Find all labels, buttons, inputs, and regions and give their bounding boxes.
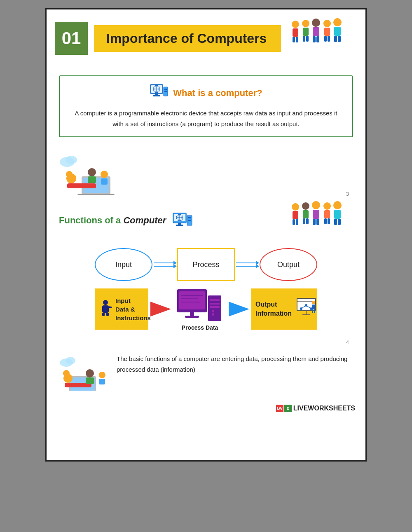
svg-rect-102 — [312, 305, 315, 309]
liveworksheets-logo: LW E LIVEWORKSHEETS — [276, 405, 355, 412]
svg-rect-64 — [313, 219, 316, 225]
svg-point-116 — [66, 357, 75, 364]
svg-point-8 — [312, 19, 320, 27]
footer: LW E LIVEWORKSHEETS — [47, 401, 365, 416]
svg-rect-35 — [67, 183, 96, 188]
arrow-to-output — [235, 262, 260, 267]
svg-rect-7 — [306, 36, 309, 42]
svg-rect-71 — [334, 210, 341, 219]
header-title-box: Importance of Computers — [94, 25, 281, 52]
arrow-line-top — [154, 262, 176, 263]
svg-rect-73 — [338, 219, 341, 225]
svg-rect-57 — [296, 219, 298, 225]
svg-point-4 — [302, 20, 309, 27]
arrow-line-top-2 — [236, 262, 259, 263]
svg-rect-114 — [99, 379, 105, 384]
svg-rect-89 — [210, 306, 220, 308]
output-info-label: Output Information — [255, 300, 292, 319]
svg-rect-3 — [296, 37, 298, 42]
svg-rect-11 — [316, 36, 319, 42]
svg-rect-13 — [324, 28, 330, 36]
footer-brand: LIVEWORKSHEETS — [293, 405, 355, 412]
svg-point-91 — [212, 313, 214, 316]
svg-point-70 — [333, 201, 342, 209]
logo-square-green: E — [284, 405, 292, 412]
svg-point-110 — [63, 370, 70, 377]
svg-rect-103 — [312, 309, 313, 313]
svg-rect-69 — [328, 218, 330, 224]
ipo-diagram-row2: Input Data & Instructions — [59, 287, 353, 331]
svg-rect-72 — [334, 219, 337, 225]
functions-title: Functions of a Computer — [59, 215, 166, 226]
svg-rect-19 — [338, 36, 341, 42]
input-data-label: Input Data & Instructions — [115, 296, 151, 322]
people-group-illustration — [287, 17, 353, 60]
svg-point-111 — [86, 369, 94, 377]
svg-rect-5 — [303, 28, 309, 36]
blue-arrow-shape — [229, 302, 249, 316]
red-arrow-shape — [150, 302, 171, 316]
what-description: A computer is a programmable electronic … — [70, 108, 342, 129]
svg-rect-112 — [86, 377, 94, 384]
svg-point-54 — [292, 203, 299, 211]
svg-rect-67 — [324, 210, 330, 218]
svg-rect-87 — [210, 299, 220, 301]
output-info-box: Output Information — [251, 288, 317, 330]
svg-rect-61 — [306, 218, 309, 224]
number-badge: 01 — [55, 22, 88, 55]
svg-rect-9 — [313, 27, 319, 36]
svg-point-74 — [103, 300, 108, 305]
svg-point-90 — [212, 310, 214, 312]
svg-point-36 — [66, 171, 73, 178]
svg-rect-40 — [101, 178, 108, 185]
bottom-description: The basic functions of a computer are en… — [117, 354, 353, 375]
svg-rect-65 — [316, 219, 319, 225]
page-number-3: 3 — [47, 191, 365, 197]
svg-rect-50 — [176, 225, 183, 226]
svg-rect-55 — [293, 211, 298, 219]
svg-rect-27 — [153, 95, 160, 96]
bottom-kids-illustration — [59, 354, 108, 392]
svg-rect-68 — [324, 218, 327, 224]
functions-header: Functions of a Computer — [59, 201, 353, 240]
svg-point-42 — [66, 156, 77, 164]
input-data-box: Input Data & Instructions — [95, 288, 148, 330]
svg-rect-77 — [106, 313, 109, 316]
svg-rect-53 — [188, 220, 191, 221]
arrow-to-process — [152, 262, 177, 267]
svg-point-39 — [101, 171, 108, 178]
what-title-row: What is a computer? — [70, 84, 342, 102]
svg-rect-49 — [178, 223, 181, 225]
svg-rect-17 — [334, 27, 341, 36]
header: 01 Importance of Computers — [47, 9, 365, 67]
process-data-label: Process Data — [182, 324, 218, 331]
svg-point-101 — [312, 301, 315, 304]
svg-rect-104 — [314, 309, 315, 313]
svg-point-66 — [323, 202, 331, 210]
svg-rect-10 — [313, 36, 316, 42]
output-network-icon — [295, 296, 318, 322]
what-computer-box: What is a computer? A computer is a prog… — [59, 75, 353, 137]
svg-point-0 — [292, 21, 299, 28]
functions-section: Functions of a Computer — [47, 197, 365, 337]
person-input-icon — [99, 300, 112, 319]
page-number-4: 4 — [47, 339, 365, 345]
computer-small-icon — [150, 84, 168, 102]
arrow-line-bottom — [154, 266, 176, 267]
svg-rect-84 — [190, 312, 194, 316]
svg-rect-52 — [188, 217, 191, 218]
double-arrow-2 — [236, 262, 259, 267]
page-title: Importance of Computers — [106, 31, 267, 46]
svg-rect-2 — [293, 37, 295, 42]
svg-rect-60 — [303, 218, 305, 224]
svg-point-37 — [88, 168, 96, 176]
svg-rect-76 — [102, 313, 105, 316]
svg-rect-59 — [303, 210, 309, 218]
arrow-line-bottom-2 — [236, 266, 259, 267]
what-title: What is a computer? — [173, 88, 262, 98]
svg-rect-26 — [155, 94, 158, 95]
svg-point-58 — [302, 202, 309, 210]
process-box: Process — [177, 248, 235, 281]
svg-rect-18 — [334, 36, 337, 42]
svg-rect-80 — [179, 291, 205, 309]
